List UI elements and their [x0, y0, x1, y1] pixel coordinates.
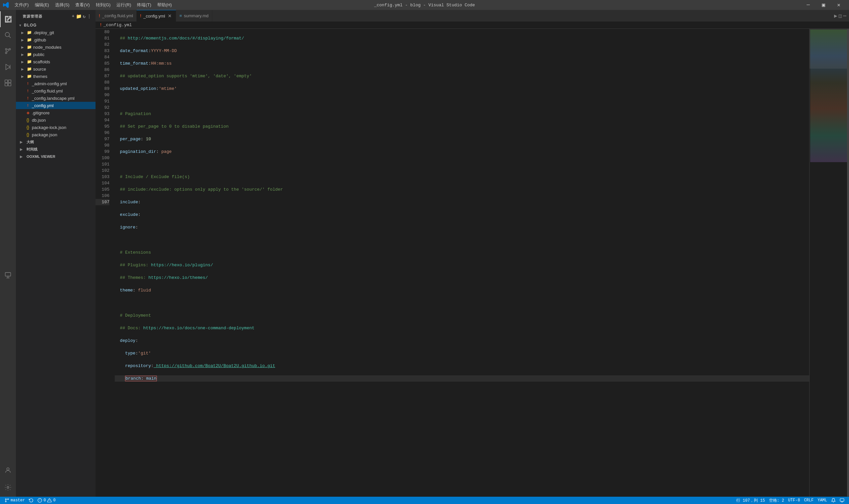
chevron-right-icon: ▶ [20, 140, 25, 144]
minimap-viewport[interactable] [810, 29, 849, 69]
sidebar-tree: ▼ BLOG ▶ 📁 .deploy_git ▶ 📁 .github ▶ 📁 n… [16, 21, 95, 497]
outline-section[interactable]: ▶ 大纲 [16, 138, 95, 146]
sidebar-item-db-json[interactable]: {} db.json [16, 116, 95, 124]
timeline-section[interactable]: ▶ 时间线 [16, 146, 95, 153]
sidebar-item-blog-root[interactable]: ▼ BLOG [16, 21, 95, 29]
sidebar-item-config-landscape[interactable]: ! _config.landscape.yml [16, 94, 95, 102]
status-encoding[interactable]: UTF-8 [786, 497, 802, 504]
split-editor-icon[interactable]: ◫ [839, 13, 842, 19]
status-remote[interactable] [838, 497, 846, 504]
activity-account[interactable] [0, 462, 16, 478]
svg-line-2 [9, 36, 11, 38]
md-tab-icon: ≡ [179, 13, 182, 18]
tab-close-button[interactable]: ✕ [167, 13, 173, 19]
timeline-label: 时间线 [26, 147, 37, 152]
code-content[interactable]: ## http://momentjs.com/docs/#/displaying… [112, 29, 809, 497]
ooxml-section[interactable]: ▶ OOXML VIEWER [16, 153, 95, 160]
status-language[interactable]: YAML [815, 497, 829, 504]
json-icon: {} [25, 118, 31, 122]
activity-extensions[interactable] [0, 75, 16, 91]
sidebar-item-label: scaffolds [33, 59, 50, 64]
tab-config-fluid[interactable]: ! _config.fluid.yml [95, 10, 137, 21]
menu-goto[interactable]: 转到(G) [93, 1, 113, 8]
menu-run[interactable]: 运行(R) [114, 1, 134, 8]
sidebar-item-github[interactable]: ▶ 📁 .github [16, 36, 95, 43]
new-file-icon[interactable]: + [72, 14, 74, 19]
activity-remote[interactable] [0, 267, 16, 283]
code-line-90 [115, 161, 809, 167]
chevron-right-icon: ▶ [20, 147, 25, 151]
status-line-ending[interactable]: CRLF [802, 497, 815, 504]
collapse-all-icon[interactable]: ⋮ [87, 14, 92, 19]
breadcrumb-yaml-icon: ! [100, 22, 102, 28]
tab-config-yml[interactable]: ! _config.yml ✕ [137, 10, 176, 21]
svg-point-4 [9, 49, 11, 50]
code-line-92: ## include:/exclude: options only apply … [115, 186, 809, 193]
minimap-scrollbar[interactable] [847, 29, 849, 497]
close-button[interactable]: ✕ [831, 0, 846, 10]
menu-view[interactable]: 查看(V) [73, 1, 92, 8]
project-label: BLOG [24, 23, 37, 28]
bell-icon [831, 498, 836, 503]
code-line-94: exclude: [115, 212, 809, 218]
sidebar-item-deploy-git[interactable]: ▶ 📁 .deploy_git [16, 29, 95, 36]
sidebar-item-label: .deploy_git [33, 30, 54, 35]
chevron-right-icon: ▶ [21, 31, 26, 35]
sidebar-item-label: _config.landscape.yml [32, 96, 75, 101]
sidebar-item-config-yml[interactable]: ! _config.yml [16, 102, 95, 109]
menu-select[interactable]: 选择(S) [52, 1, 72, 8]
svg-point-5 [5, 52, 7, 54]
status-errors[interactable]: 0 0 [35, 497, 57, 504]
sidebar-item-label: .github [33, 37, 46, 42]
activity-explorer[interactable] [0, 11, 16, 27]
error-icon [37, 498, 42, 503]
code-line-84: updated_option: 'mtime' [115, 86, 809, 92]
activity-settings[interactable] [0, 480, 16, 496]
vscode-icon [3, 2, 9, 8]
tab-label: summary.md [184, 13, 209, 18]
code-line-82: time_format: HH:mm:ss [115, 60, 809, 67]
activity-search[interactable] [0, 27, 16, 43]
language-label: YAML [817, 498, 827, 503]
code-line-86: # Pagination [115, 111, 809, 117]
menu-terminal[interactable]: 终端(T) [134, 1, 154, 8]
status-bell[interactable] [829, 497, 838, 504]
minimize-button[interactable]: ― [800, 0, 816, 10]
new-folder-icon[interactable]: 📁 [76, 14, 82, 19]
sidebar-item-scaffolds[interactable]: ▶ 📁 scaffolds [16, 58, 95, 65]
svg-marker-6 [6, 64, 10, 70]
code-line-102: # Deployment [115, 312, 809, 319]
tab-summary-md[interactable]: ≡ summary.md [176, 10, 212, 21]
status-sync[interactable] [27, 497, 35, 504]
activity-run[interactable] [0, 59, 16, 75]
sidebar-item-gitignore[interactable]: ◈ .gitignore [16, 109, 95, 116]
run-icon[interactable]: ▶ [834, 13, 837, 19]
sidebar-item-package-lock[interactable]: {} package-lock.json [16, 124, 95, 131]
code-line-97: # Extensions [115, 249, 809, 256]
sidebar-item-public[interactable]: ▶ 📁 public [16, 51, 95, 58]
menu-help[interactable]: 帮助(H) [155, 1, 175, 8]
sidebar-item-themes[interactable]: ▶ 📁 themes [16, 73, 95, 80]
activity-source-control[interactable] [0, 43, 16, 59]
status-position[interactable]: 行 107，列 15 [734, 497, 767, 504]
maximize-button[interactable]: ▣ [816, 0, 831, 10]
refresh-icon[interactable]: ↻ [83, 14, 86, 19]
menu-edit[interactable]: 编辑(E) [32, 1, 52, 8]
spaces-label: 空格: 2 [769, 498, 784, 503]
code-line-99: ## Themes: https://hexo.io/themes/ [115, 274, 809, 281]
code-line-88: per_page: 10 [115, 136, 809, 142]
sidebar-item-node-modules[interactable]: ▶ 📁 node_modules [16, 43, 95, 51]
more-actions-icon[interactable]: ⋯ [843, 13, 846, 19]
status-spaces[interactable]: 空格: 2 [767, 497, 786, 504]
sidebar-item-source[interactable]: ▶ 📁 source [16, 65, 95, 73]
sidebar-item-package[interactable]: {} package.json [16, 131, 95, 138]
sidebar-item-config-fluid[interactable]: ! _config.fluid.yml [16, 87, 95, 94]
status-branch[interactable]: master [3, 497, 27, 504]
sidebar-item-label: .gitignore [32, 110, 50, 115]
yaml-icon: ! [25, 96, 31, 100]
sidebar-item-admin-config[interactable]: ! _admin-config.yml [16, 80, 95, 87]
breadcrumb: ! _config.yml [95, 21, 849, 29]
menu-file[interactable]: 文件(F) [12, 1, 32, 8]
titlebar-title: _config.yml - blog - Visual Studio Code [374, 3, 475, 7]
branch-label: master [11, 498, 25, 503]
